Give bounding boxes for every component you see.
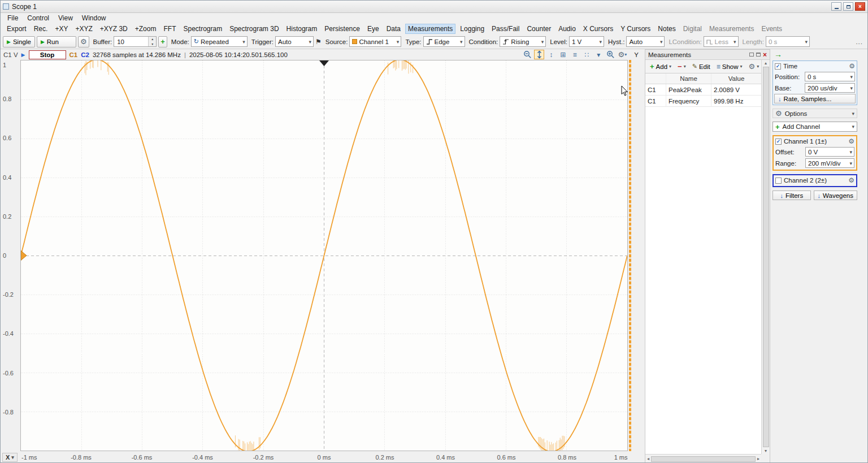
tab-persistence[interactable]: Persistence: [322, 24, 363, 34]
tab-pass-fail[interactable]: Pass/Fail: [489, 24, 522, 34]
trigger-flag-icon[interactable]: ⚑: [315, 38, 322, 46]
edit-measurement-button[interactable]: ✎ Edit: [689, 61, 713, 72]
add-view-button[interactable]: +: [158, 36, 167, 47]
measurements-settings-button[interactable]: ⚙ ▾: [746, 61, 762, 72]
measurements-horizontal-scrollbar[interactable]: ◂ ▸: [645, 454, 761, 463]
toolbar-overflow-button[interactable]: ...: [856, 38, 865, 45]
offset-select[interactable]: 0 V ▾: [805, 147, 854, 157]
auto-scale-icon[interactable]: [534, 50, 544, 59]
layout-icon[interactable]: ∷: [581, 50, 592, 59]
range-select[interactable]: 200 mV/div ▾: [805, 158, 854, 168]
measurement-row[interactable]: C1Frequency999.98 Hz: [645, 96, 761, 107]
channel2-settings-icon[interactable]: ⚙: [848, 177, 854, 184]
scroll-down-icon[interactable]: ▾: [765, 448, 767, 453]
tab-digital[interactable]: Digital: [680, 24, 705, 34]
hysteresis-select[interactable]: Auto ▾: [626, 36, 665, 47]
expand-acquisition-icon[interactable]: ▶: [21, 52, 25, 58]
tab-logging[interactable]: Logging: [457, 24, 487, 34]
align-traces-icon[interactable]: ≡: [570, 50, 580, 59]
zoom-in-icon[interactable]: [605, 50, 615, 59]
scroll-left-icon[interactable]: ◂: [647, 456, 649, 461]
rate-samples-button[interactable]: ↓ Rate, Samples...: [774, 94, 856, 103]
type-select[interactable]: Edge ▾: [423, 36, 465, 47]
lcondition-select[interactable]: Less ▾: [704, 36, 739, 47]
tab-audio[interactable]: Audio: [555, 24, 579, 34]
zoom-out-icon[interactable]: [522, 50, 532, 59]
scrollbar-thumb[interactable]: [763, 67, 769, 447]
stop-button[interactable]: Stop: [29, 50, 66, 59]
y-axis-selector[interactable]: Y: [634, 51, 639, 58]
level-select[interactable]: 1 V ▾: [569, 36, 604, 47]
ma---panel-icon[interactable]: [756, 53, 761, 57]
fit-screen-icon[interactable]: ⊞: [558, 50, 568, 59]
source-select[interactable]: Channel 1 ▾: [349, 36, 401, 47]
trigger-select[interactable]: Auto ▾: [275, 36, 314, 47]
tab--zoom[interactable]: +Zoom: [132, 24, 159, 34]
channel1-offset-marker[interactable]: [21, 251, 27, 261]
tab-measurements[interactable]: Measurements: [706, 24, 757, 34]
tab-data[interactable]: Data: [384, 24, 403, 34]
measurements-vertical-scrollbar[interactable]: ▴ ▾: [761, 60, 770, 454]
measurement-row[interactable]: C1Peak2Peak2.0089 V: [645, 84, 761, 96]
run-button[interactable]: ▶ Run: [37, 36, 76, 47]
tab-histogram[interactable]: Histogram: [284, 24, 320, 34]
wavegens-button[interactable]: ↓ Wavegens: [814, 191, 857, 200]
tab--xyz[interactable]: +XYZ: [72, 24, 95, 34]
close-panel-icon[interactable]: ×: [763, 51, 767, 58]
menu-control[interactable]: Control: [23, 14, 54, 23]
waveform-plot[interactable]: [20, 60, 628, 451]
length-select[interactable]: 0 s ▾: [766, 36, 810, 47]
menu-view[interactable]: View: [54, 14, 77, 23]
tab-spectrogram[interactable]: Spectrogram: [180, 24, 225, 34]
position-select[interactable]: 0 s ▾: [805, 72, 855, 81]
buffer-tab-c1[interactable]: C1: [70, 51, 78, 58]
time-settings-icon[interactable]: ⚙: [849, 63, 855, 70]
scrollbar-thumb[interactable]: [651, 456, 756, 462]
options-dropdown[interactable]: ⚙ Options ▾: [772, 109, 857, 118]
show-measurement-button[interactable]: ≡ Show ▾: [714, 62, 745, 72]
acquisition-settings-button[interactable]: ⚙: [78, 36, 89, 47]
base-select[interactable]: 200 us/div ▾: [805, 83, 855, 93]
tab-notes[interactable]: Notes: [655, 24, 678, 34]
plot-settings-icon[interactable]: ⚙▾: [617, 50, 627, 59]
channel2-checkbox[interactable]: [775, 178, 782, 184]
tab-counter[interactable]: Counter: [524, 24, 554, 34]
restore-button[interactable]: [843, 2, 853, 11]
scroll-right-icon[interactable]: ▸: [757, 456, 760, 461]
collapse-sidebar-icon[interactable]: →: [774, 50, 782, 59]
tab-spectrogram-3d[interactable]: Spectrogram 3D: [227, 24, 281, 34]
tab-rec-[interactable]: Rec.: [31, 24, 51, 34]
x-axis-selector[interactable]: X ▾: [2, 453, 18, 462]
spin-down-icon[interactable]: ▾: [149, 42, 156, 47]
tab-y-cursors[interactable]: Y Cursors: [618, 24, 653, 34]
tab-export[interactable]: Export: [4, 24, 29, 34]
remove-measurement-button[interactable]: − ▾: [675, 61, 689, 72]
single-button[interactable]: ▶ Single: [3, 36, 35, 47]
mode-select[interactable]: ↻ Repeated ▾: [191, 36, 248, 47]
float-panel-icon[interactable]: [749, 53, 754, 57]
menu-window[interactable]: Window: [77, 14, 111, 23]
channel1-checkbox[interactable]: ✓: [775, 139, 782, 145]
add-channel-dropdown[interactable]: + Add Channel ▾: [772, 122, 857, 132]
tab-events[interactable]: Events: [758, 24, 785, 34]
scroll-up-icon[interactable]: ▴: [765, 60, 767, 66]
condition-select[interactable]: Rising ▾: [500, 36, 546, 47]
tab-fft[interactable]: FFT: [160, 24, 179, 34]
tools-dropdown-icon[interactable]: ▾: [593, 50, 604, 59]
channel1-settings-icon[interactable]: ⚙: [848, 138, 854, 145]
add-measurement-button[interactable]: + Add ▾: [647, 61, 674, 72]
filters-button[interactable]: ↓ Filters: [772, 191, 811, 200]
time-checkbox[interactable]: ✓: [775, 63, 781, 70]
spin-up-icon[interactable]: ▴: [149, 37, 156, 42]
buffer-spinner[interactable]: 10 ▴ ▾: [114, 36, 157, 47]
tab--xyz-3d[interactable]: +XYZ 3D: [97, 24, 131, 34]
tab-x-cursors[interactable]: X Cursors: [580, 24, 616, 34]
menu-file[interactable]: File: [3, 14, 23, 23]
measurements-titlebar[interactable]: Measurements ×: [645, 50, 770, 60]
tab-measurements[interactable]: Measurements: [405, 24, 455, 34]
minimize-button[interactable]: [831, 2, 841, 11]
buffer-tab-c2[interactable]: C2: [81, 51, 89, 58]
tab-eye[interactable]: Eye: [364, 24, 382, 34]
tab--xy[interactable]: +XY: [52, 24, 71, 34]
close-button[interactable]: ×: [855, 2, 865, 11]
